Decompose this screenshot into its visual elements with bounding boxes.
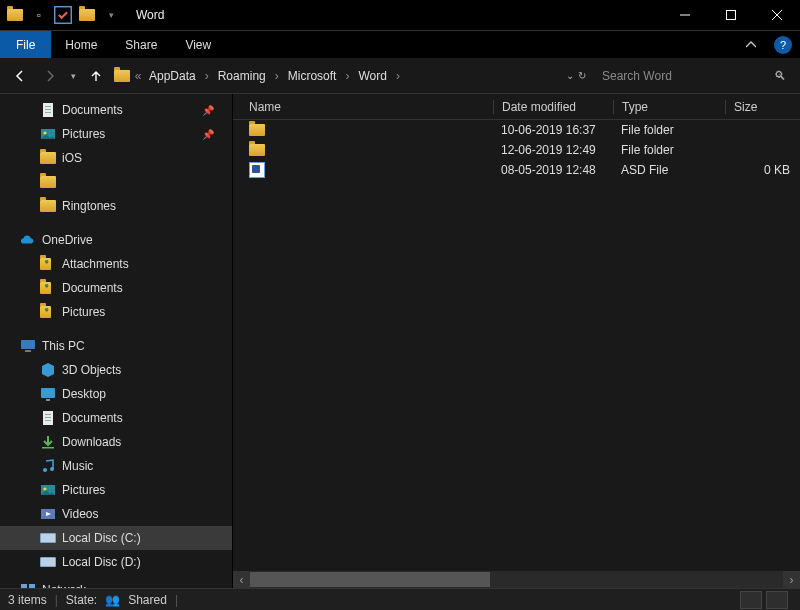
chevron-right-icon[interactable]: › <box>392 69 404 83</box>
tree-label: Local Disc (D:) <box>62 555 141 569</box>
onedrive-node[interactable]: OneDrive <box>0 228 232 252</box>
breadcrumb[interactable]: Word <box>355 69 389 83</box>
qat-button[interactable]: ▫ <box>28 4 50 26</box>
sidebar-item[interactable]: 3D Objects <box>0 358 232 382</box>
view-tab[interactable]: View <box>171 31 225 58</box>
scroll-right-icon[interactable]: › <box>783 571 800 588</box>
search-input[interactable]: Search Word 🔍︎ <box>594 63 794 89</box>
close-button[interactable] <box>754 0 800 30</box>
column-headers: Name Date modified Type Size <box>233 94 800 120</box>
sidebar-item[interactable]: Music <box>0 454 232 478</box>
col-name[interactable]: Name <box>243 100 493 114</box>
sidebar-item[interactable]: ● Documents <box>0 276 232 300</box>
scroll-left-icon[interactable]: ‹ <box>233 571 250 588</box>
sidebar-item[interactable]: Pictures <box>0 478 232 502</box>
qat-dropdown-icon[interactable]: ▾ <box>100 4 122 26</box>
sidebar-item[interactable]: iOS <box>0 146 232 170</box>
navigation-tree[interactable]: Documents 📌 Pictures 📌 iOS Ringtones One… <box>0 94 233 588</box>
file-tab[interactable]: File <box>0 31 51 58</box>
tree-label: Attachments <box>62 257 129 271</box>
drive-icon <box>40 530 56 546</box>
svg-rect-11 <box>46 399 50 401</box>
titlebar: ▫ ▾ Word <box>0 0 800 30</box>
tree-label: OneDrive <box>42 233 93 247</box>
breadcrumb[interactable]: Roaming <box>215 69 269 83</box>
tree-label: Downloads <box>62 435 121 449</box>
tree-label: Ringtones <box>62 199 116 213</box>
svg-rect-16 <box>42 447 54 449</box>
file-row[interactable]: 10-06-2019 16:37 File folder <box>233 120 800 140</box>
thispc-node[interactable]: This PC <box>0 334 232 358</box>
ribbon-collapse-icon[interactable] <box>736 31 766 58</box>
item-count: 3 items <box>8 593 47 607</box>
back-button[interactable] <box>6 62 34 90</box>
folder-icon: ● <box>40 304 56 320</box>
chevron-right-icon[interactable]: › <box>341 69 353 83</box>
maximize-button[interactable] <box>708 0 754 30</box>
network-node[interactable]: Network <box>0 578 232 588</box>
details-view-button[interactable] <box>740 591 762 609</box>
folder-icon: ● <box>40 256 56 272</box>
3d-icon <box>40 362 56 378</box>
help-icon[interactable]: ? <box>774 36 792 54</box>
search-icon[interactable]: 🔍︎ <box>774 69 786 83</box>
history-dropdown-icon[interactable]: ▾ <box>66 62 80 90</box>
forward-button[interactable] <box>36 62 64 90</box>
asd-icon <box>249 162 265 178</box>
breadcrumb[interactable]: Microsoft <box>285 69 340 83</box>
sidebar-item[interactable]: Downloads <box>0 430 232 454</box>
col-date[interactable]: Date modified <box>493 100 613 114</box>
sidebar-item[interactable] <box>0 170 232 194</box>
content-pane: Name Date modified Type Size 10-06-2019 … <box>233 94 800 588</box>
col-type[interactable]: Type <box>613 100 725 114</box>
sidebar-item[interactable]: Documents 📌 <box>0 98 232 122</box>
sidebar-item[interactable]: Videos <box>0 502 232 526</box>
svg-rect-15 <box>45 420 51 421</box>
address-dropdown-icon[interactable]: ⌄ <box>566 70 574 81</box>
file-date: 10-06-2019 16:37 <box>493 123 613 137</box>
folder-icon: ● <box>40 280 56 296</box>
sidebar-item[interactable]: Local Disc (D:) <box>0 550 232 574</box>
sidebar-item[interactable]: Ringtones <box>0 194 232 218</box>
pin-icon: 📌 <box>202 105 214 116</box>
chevron-right-icon[interactable]: › <box>201 69 213 83</box>
file-list[interactable]: 10-06-2019 16:37 File folder 12-06-2019 … <box>233 120 800 571</box>
chevron-right-icon[interactable]: « <box>132 69 144 83</box>
svg-rect-9 <box>25 350 31 352</box>
desk-icon <box>40 386 56 402</box>
pic-icon <box>40 126 56 142</box>
up-button[interactable] <box>82 62 110 90</box>
home-tab[interactable]: Home <box>51 31 111 58</box>
minimize-button[interactable] <box>662 0 708 30</box>
col-size[interactable]: Size <box>725 100 800 114</box>
refresh-icon[interactable]: ↻ <box>578 70 586 81</box>
tree-label: Music <box>62 459 93 473</box>
file-row[interactable]: 12-06-2019 12:49 File folder <box>233 140 800 160</box>
svg-point-18 <box>50 467 54 471</box>
properties-icon[interactable] <box>52 4 74 26</box>
onedrive-icon <box>20 232 36 248</box>
file-type: File folder <box>613 143 725 157</box>
drive-icon <box>40 554 56 570</box>
icons-view-button[interactable] <box>766 591 788 609</box>
horizontal-scrollbar[interactable]: ‹ › <box>233 571 800 588</box>
doc-icon <box>40 102 56 118</box>
state-label: State: <box>66 593 97 607</box>
tree-label: Desktop <box>62 387 106 401</box>
sidebar-item[interactable]: Local Disc (C:) <box>0 526 232 550</box>
file-row[interactable]: 08-05-2019 12:48 ASD File 0 KB <box>233 160 800 180</box>
sidebar-item[interactable]: ● Attachments <box>0 252 232 276</box>
svg-rect-4 <box>45 109 51 110</box>
sidebar-item[interactable]: Pictures 📌 <box>0 122 232 146</box>
pc-icon <box>20 338 36 354</box>
address-bar[interactable]: « AppData › Roaming › Microsoft › Word ›… <box>112 63 592 89</box>
share-tab[interactable]: Share <box>111 31 171 58</box>
sidebar-item[interactable]: Documents <box>0 406 232 430</box>
folder-icon <box>40 150 56 166</box>
sidebar-item[interactable]: ● Pictures <box>0 300 232 324</box>
sidebar-item[interactable]: Desktop <box>0 382 232 406</box>
scroll-thumb[interactable] <box>250 572 490 587</box>
breadcrumb[interactable]: AppData <box>146 69 199 83</box>
vid-icon <box>40 506 56 522</box>
chevron-right-icon[interactable]: › <box>271 69 283 83</box>
